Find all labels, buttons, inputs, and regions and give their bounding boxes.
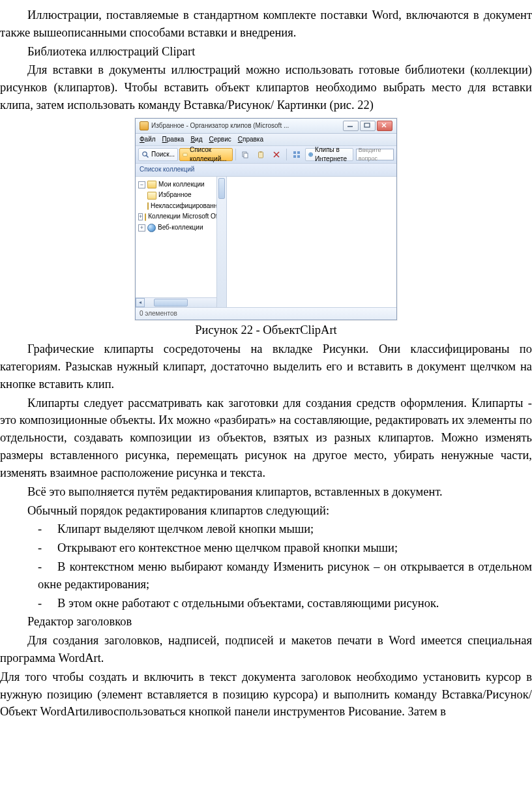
folder-icon: [147, 181, 156, 188]
list-item: -В контекстном меню выбирают команду Изм…: [0, 558, 532, 593]
tree-node-web[interactable]: + Веб-коллекции: [137, 222, 225, 233]
copy-icon: [241, 151, 249, 158]
close-button[interactable]: [377, 121, 392, 131]
paragraph: Для того чтобы создать и включить в текс…: [0, 668, 532, 721]
tree-node-my-collections[interactable]: − Мои коллекции: [137, 179, 225, 190]
paragraph: Клипарты следует рассматривать как загот…: [0, 395, 532, 482]
clipart-organizer-window: Избранное - Организатор клипов (Microsof…: [135, 118, 397, 321]
svg-line-5: [147, 156, 149, 158]
list-item-text: Открывают его контекстное меню щелчком п…: [57, 541, 398, 554]
statusbar: 0 элементов: [136, 307, 396, 320]
paste-button[interactable]: [254, 148, 268, 161]
menu-file[interactable]: Файл: [140, 135, 156, 145]
svg-rect-14: [297, 151, 300, 154]
svg-rect-16: [297, 155, 300, 158]
tree-node-unclassified[interactable]: Неклассифицированные к: [137, 201, 225, 212]
collections-button[interactable]: Список коллекций...: [179, 148, 233, 161]
menu-help[interactable]: Справка: [238, 135, 263, 145]
menu-view[interactable]: Вид: [190, 135, 202, 145]
paragraph: Редактор заголовков: [0, 613, 532, 631]
toolbar-separator: [286, 149, 287, 160]
globe-icon: [147, 224, 156, 232]
window-title: Избранное - Организатор клипов (Microsof…: [151, 121, 340, 131]
paragraph: Всё это выполняется путём редактирования…: [0, 483, 532, 501]
paragraph: Для создания заголовков, надписей, подпи…: [0, 632, 532, 667]
tree-label: Коллекции Microsoft Office: [148, 212, 227, 222]
svg-point-4: [143, 152, 147, 156]
scroll-thumb[interactable]: [218, 178, 225, 199]
tree-label: Веб-коллекции: [158, 223, 203, 233]
list-item-text: Клипарт выделяют щелчком левой кнопки мы…: [57, 522, 314, 535]
search-button[interactable]: Поиск...: [138, 148, 178, 161]
menubar: Файл Правка Вид Сервис Справка: [136, 134, 396, 147]
window-titlebar: Избранное - Организатор клипов (Microsof…: [136, 119, 396, 134]
scroll-thumb[interactable]: [154, 299, 188, 307]
list-item: -Клипарт выделяют щелчком левой кнопки м…: [0, 520, 532, 538]
paragraph: Для вставки в документы иллюстраций можн…: [0, 61, 532, 113]
horizontal-scrollbar[interactable]: ◂: [136, 297, 217, 307]
svg-rect-1: [364, 123, 370, 127]
paragraph: Обычный порядок редактирования клипартов…: [0, 502, 532, 520]
window-body: − Мои коллекции Избранное Неклассифициро…: [136, 177, 396, 307]
delete-icon: [273, 151, 280, 158]
folder-icon: [183, 151, 188, 158]
folder-icon: [147, 202, 149, 210]
collection-tree[interactable]: − Мои коллекции Избранное Неклассифициро…: [136, 177, 227, 307]
folder-icon: [145, 213, 146, 221]
paragraph: Иллюстрации, поставляемые в стандартном …: [0, 7, 532, 42]
svg-rect-10: [260, 151, 262, 153]
clips-online-label: Клипы в Интернете: [315, 145, 350, 164]
tree-node-favorites[interactable]: Избранное: [137, 190, 225, 201]
maximize-button[interactable]: [360, 121, 376, 131]
grid-icon: [293, 151, 301, 158]
svg-rect-6: [183, 153, 188, 157]
folder-icon: [147, 192, 156, 200]
svg-rect-8: [244, 153, 248, 158]
help-search-input[interactable]: Введите вопрос: [356, 149, 394, 160]
clips-online-button[interactable]: Клипы в Интернете: [305, 148, 353, 161]
search-label: Поиск...: [151, 150, 175, 160]
toolbar-separator: [235, 149, 236, 160]
collections-label: Список коллекций...: [190, 145, 229, 164]
figure-caption: Рисунок 22 - ОбъектClipArt: [0, 322, 532, 339]
breadcrumb: Список коллекций: [136, 164, 396, 177]
tree-node-msoffice[interactable]: + Коллекции Microsoft Office: [137, 211, 225, 222]
scroll-left-icon[interactable]: ◂: [136, 298, 145, 307]
view-button[interactable]: [289, 148, 304, 161]
vertical-scrollbar[interactable]: [216, 177, 226, 307]
list-item-text: В этом окне работают с отдельными объект…: [57, 597, 439, 610]
list-item: -Открывают его контекстное меню щелчком …: [0, 539, 532, 557]
svg-rect-15: [293, 155, 296, 158]
toolbar: Поиск... Список коллекций... Клипы в Инт…: [136, 146, 396, 164]
svg-rect-9: [259, 152, 263, 158]
globe-icon: [308, 151, 313, 158]
expand-icon[interactable]: +: [138, 224, 145, 232]
tree-label: Неклассифицированные к: [151, 202, 227, 211]
paragraph: Библиотека иллюстраций Clipart: [0, 43, 532, 61]
list-item: -В этом окне работают с отдельными объек…: [0, 595, 532, 612]
menu-edit[interactable]: Правка: [162, 135, 185, 145]
tree-label: Избранное: [158, 190, 192, 200]
collapse-icon[interactable]: −: [138, 181, 145, 188]
paragraph: Графические клипарты сосредоточены на вк…: [0, 340, 532, 393]
list-item-text: В контекстном меню выбирают команду Изме…: [38, 560, 532, 591]
content-pane: [227, 177, 396, 307]
menu-service[interactable]: Сервис: [209, 135, 231, 145]
app-icon: [140, 121, 149, 130]
paste-icon: [257, 151, 265, 158]
tree-label: Мои коллекции: [158, 180, 205, 190]
svg-rect-13: [293, 151, 296, 154]
minimize-button[interactable]: [343, 121, 359, 131]
expand-icon[interactable]: +: [138, 213, 143, 220]
copy-button[interactable]: [238, 148, 252, 161]
search-icon: [141, 151, 149, 158]
delete-button[interactable]: [269, 148, 284, 161]
